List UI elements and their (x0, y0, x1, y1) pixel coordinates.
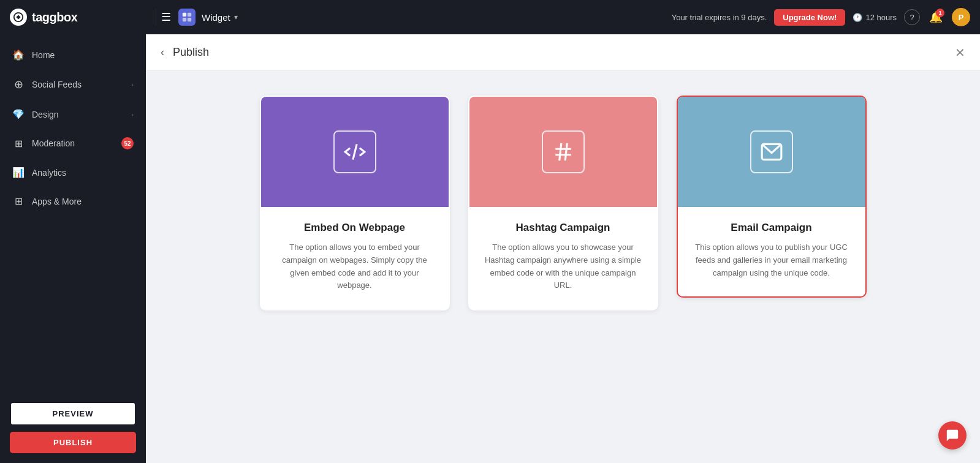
email-card[interactable]: Email Campaign This option allows you to… (677, 96, 867, 298)
sidebar: 🏠 Home ⊕ Social Feeds › 💎 Design › ⊞ Mod… (0, 34, 146, 463)
embed-icon-box (333, 130, 376, 173)
email-card-image (678, 97, 865, 207)
clock-area[interactable]: 🕐 12 hours (853, 13, 897, 22)
analytics-icon: 📊 (12, 167, 25, 178)
sidebar-analytics-label: Analytics (32, 168, 134, 178)
notification-badge: 1 (936, 9, 944, 17)
back-button[interactable]: ‹ (161, 46, 164, 59)
publish-button[interactable]: PUBLISH (10, 432, 136, 453)
logo-text: taggbox (32, 10, 77, 24)
trial-text: Your trial expires in 9 days. (672, 13, 767, 22)
hashtag-card-image (469, 97, 657, 207)
sidebar-item-social-feeds[interactable]: ⊕ Social Feeds › (0, 69, 146, 100)
main-layout: 🏠 Home ⊕ Social Feeds › 💎 Design › ⊞ Mod… (0, 34, 980, 463)
svg-rect-2 (188, 13, 191, 17)
cards-area: Embed On Webpage The option allows you t… (146, 71, 980, 463)
svg-rect-4 (188, 18, 191, 21)
social-feeds-arrow-icon: › (131, 81, 134, 88)
sidebar-item-apps-more[interactable]: ⊞ Apps & More (0, 187, 146, 216)
content-area: ‹ Publish ✕ Embed On Webpag (146, 34, 980, 463)
sidebar-item-analytics[interactable]: 📊 Analytics (0, 158, 146, 187)
upgrade-button[interactable]: Upgrade Now! (774, 9, 845, 26)
email-card-desc: This option allows you to publish your U… (691, 241, 852, 279)
email-card-body: Email Campaign This option allows you to… (678, 207, 865, 296)
widget-icon[interactable] (178, 9, 196, 26)
help-button[interactable]: ? (904, 9, 920, 25)
social-feeds-icon: ⊕ (12, 78, 25, 91)
logo-area: taggbox (10, 9, 151, 26)
svg-line-5 (352, 144, 356, 159)
top-navbar: taggbox ☰ Widget ▾ Your trial expires in… (0, 0, 980, 34)
hashtag-icon-box (542, 130, 585, 173)
embed-card-desc: The option allows you to embed your camp… (275, 241, 435, 292)
hash-icon (552, 140, 575, 164)
clock-icon: 🕐 (853, 13, 862, 22)
chat-bubble-button[interactable] (938, 421, 967, 450)
navbar-right: Your trial expires in 9 days. Upgrade No… (672, 8, 970, 26)
svg-rect-3 (183, 18, 186, 21)
hashtag-card[interactable]: Hashtag Campaign The option allows you t… (468, 96, 658, 311)
svg-line-8 (559, 143, 561, 161)
moderation-icon: ⊞ (12, 138, 25, 149)
taggbox-logo-icon (10, 9, 27, 26)
svg-line-9 (565, 143, 567, 161)
mail-icon (760, 140, 783, 164)
chevron-down-icon: ▾ (234, 13, 238, 21)
preview-button[interactable]: PREVIEW (10, 402, 136, 426)
embed-card[interactable]: Embed On Webpage The option allows you t… (260, 96, 450, 311)
widget-label: Widget (202, 12, 230, 23)
design-icon: 💎 (12, 108, 25, 120)
sidebar-item-home[interactable]: 🏠 Home (0, 40, 146, 69)
svg-rect-1 (183, 13, 186, 17)
clock-time: 12 hours (865, 13, 897, 22)
sidebar-social-feeds-label: Social Feeds (32, 80, 124, 89)
publish-header: ‹ Publish ✕ (146, 34, 980, 71)
design-arrow-icon: › (131, 111, 134, 118)
notification-button[interactable]: 🔔 1 (927, 9, 944, 26)
hashtag-card-body: Hashtag Campaign The option allows you t… (469, 207, 657, 309)
moderation-badge: 52 (121, 137, 134, 149)
embed-card-body: Embed On Webpage The option allows you t… (261, 207, 449, 309)
sidebar-moderation-label: Moderation (32, 138, 114, 148)
embed-card-image (261, 97, 449, 207)
sidebar-bottom: PREVIEW PUBLISH (0, 392, 146, 463)
embed-card-title: Embed On Webpage (275, 222, 435, 234)
home-icon: 🏠 (12, 49, 25, 61)
sidebar-nav: 🏠 Home ⊕ Social Feeds › 💎 Design › ⊞ Mod… (0, 34, 146, 392)
email-icon-box (750, 130, 793, 173)
sidebar-design-label: Design (32, 110, 124, 119)
apps-more-icon: ⊞ (12, 195, 25, 207)
publish-title: Publish (173, 46, 955, 59)
hashtag-card-desc: The option allows you to showcase your H… (483, 241, 644, 292)
email-card-title: Email Campaign (691, 222, 852, 234)
close-button[interactable]: ✕ (955, 45, 965, 60)
hamburger-icon[interactable]: ☰ (161, 10, 171, 24)
sidebar-item-design[interactable]: 💎 Design › (0, 100, 146, 129)
nav-divider (156, 8, 156, 26)
sidebar-apps-more-label: Apps & More (32, 197, 134, 206)
avatar[interactable]: P (952, 8, 970, 26)
hashtag-card-title: Hashtag Campaign (483, 222, 644, 234)
sidebar-home-label: Home (32, 50, 134, 60)
chat-icon (946, 429, 959, 442)
code-icon (343, 140, 367, 164)
widget-selector[interactable]: Widget ▾ (196, 9, 244, 26)
sidebar-item-moderation[interactable]: ⊞ Moderation 52 (0, 129, 146, 158)
